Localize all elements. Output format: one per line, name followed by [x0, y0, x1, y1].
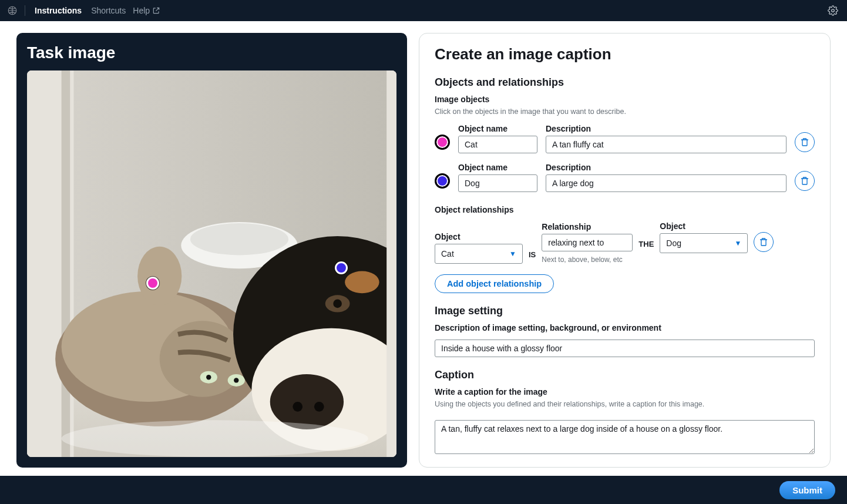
- svg-point-22: [333, 300, 342, 308]
- caption-textarea[interactable]: [435, 420, 815, 454]
- rel-object-label: Object: [435, 232, 523, 241]
- rel-object-left-select[interactable]: Cat ▼: [435, 244, 523, 264]
- svg-rect-5: [62, 70, 70, 457]
- object-name-label: Object name: [458, 124, 537, 133]
- rel-joint-is: IS: [529, 250, 536, 264]
- delete-object-button[interactable]: [795, 132, 815, 152]
- page-title: Create an image caption: [435, 45, 815, 63]
- caption-heading: Caption: [435, 369, 815, 381]
- svg-point-7: [190, 223, 288, 255]
- settings-button[interactable]: [826, 4, 840, 18]
- object-name-input[interactable]: [458, 136, 537, 153]
- svg-rect-24: [386, 70, 396, 457]
- image-setting-label: Description of image setting, background…: [435, 323, 815, 332]
- image-objects-label: Image objects: [435, 95, 815, 104]
- caption-label: Write a caption for the image: [435, 387, 815, 397]
- svg-point-18: [270, 374, 344, 429]
- chevron-down-icon: ▼: [734, 239, 741, 247]
- svg-point-15: [137, 247, 182, 305]
- rel-object-label: Object: [660, 221, 748, 231]
- object-desc-label: Description: [546, 124, 786, 133]
- nav-help-label: Help: [133, 6, 150, 15]
- svg-point-25: [62, 420, 368, 457]
- svg-point-13: [206, 375, 211, 379]
- svg-point-20: [314, 402, 324, 412]
- external-link-icon: [152, 6, 160, 15]
- svg-point-23: [345, 271, 379, 294]
- delete-object-button[interactable]: [795, 171, 815, 191]
- image-setting-heading: Image setting: [435, 305, 815, 317]
- form-panel: Create an image caption Objects and rela…: [419, 33, 831, 468]
- rel-object-right-value: Dog: [666, 238, 681, 248]
- main-area: Task image: [0, 21, 847, 476]
- object-relationships-heading: Object relationships: [435, 205, 815, 214]
- rel-verb-hint: Next to, above, below, etc: [542, 256, 633, 264]
- object-row: Object name Description: [435, 124, 815, 153]
- svg-point-1: [832, 9, 835, 12]
- trash-icon: [759, 237, 768, 247]
- nav-shortcuts[interactable]: Shortcuts: [89, 5, 128, 16]
- objects-heading: Objects and relationships: [435, 76, 815, 89]
- task-image-frame[interactable]: [27, 70, 396, 457]
- nav-help[interactable]: Help: [133, 6, 160, 15]
- rel-object-left-value: Cat: [441, 249, 454, 258]
- trash-icon: [800, 137, 809, 147]
- submit-button[interactable]: Submit: [779, 481, 835, 499]
- svg-point-19: [293, 402, 302, 412]
- object-marker-pink[interactable]: [435, 135, 450, 150]
- object-row: Object name Description: [435, 163, 815, 192]
- image-marker-cat[interactable]: [146, 277, 159, 290]
- object-name-input[interactable]: [458, 174, 537, 192]
- rel-verb-input[interactable]: [542, 234, 633, 251]
- rel-relationship-label: Relationship: [542, 222, 633, 231]
- topbar: Instructions Shortcuts Help: [0, 0, 847, 21]
- image-marker-dog[interactable]: [335, 261, 348, 274]
- app-logo-icon: [7, 5, 18, 16]
- relationship-row: Object Cat ▼ IS Relationship Next to, ab…: [435, 221, 815, 264]
- trash-icon: [800, 176, 809, 186]
- object-desc-input[interactable]: [546, 174, 786, 192]
- rel-object-right-select[interactable]: Dog ▼: [660, 233, 748, 253]
- chevron-down-icon: ▼: [509, 250, 516, 258]
- task-image-panel: Task image: [16, 33, 407, 468]
- image-objects-helper: Click on the objects in the image that y…: [435, 107, 815, 116]
- nav-instructions[interactable]: Instructions: [32, 5, 84, 16]
- svg-point-14: [234, 378, 238, 382]
- image-setting-input[interactable]: [435, 340, 815, 357]
- footer: Submit: [0, 476, 847, 504]
- object-desc-input[interactable]: [546, 136, 786, 153]
- task-image-title: Task image: [27, 43, 396, 62]
- gear-icon: [828, 5, 838, 16]
- rel-joint-the: THE: [638, 240, 654, 264]
- add-relationship-button[interactable]: Add object relationship: [435, 274, 554, 293]
- caption-helper: Using the objects you defined and their …: [435, 400, 815, 408]
- delete-relationship-button[interactable]: [754, 232, 774, 252]
- object-name-label: Object name: [458, 163, 537, 172]
- nav-divider: [25, 5, 25, 16]
- object-desc-label: Description: [546, 163, 786, 172]
- object-marker-blue[interactable]: [435, 173, 450, 189]
